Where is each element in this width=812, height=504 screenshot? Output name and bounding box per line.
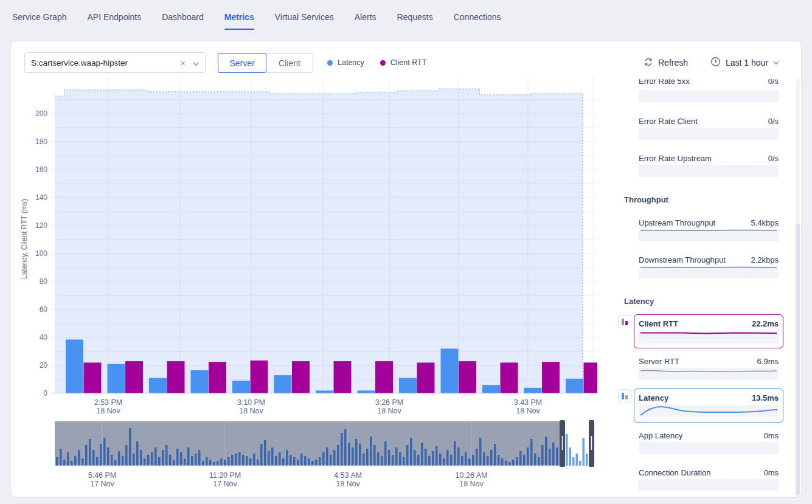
brush-chart[interactable] <box>55 420 594 467</box>
brush-bar <box>366 449 369 466</box>
client-rtt-bar[interactable] <box>375 361 393 393</box>
brush-bar <box>180 452 182 466</box>
client-toggle-button[interactable]: Client <box>266 53 313 73</box>
y-tick-label: 140 <box>35 193 47 202</box>
client-rtt-bar[interactable] <box>542 362 560 393</box>
latency-bar[interactable] <box>566 379 583 393</box>
tab-connections[interactable]: Connections <box>454 12 501 22</box>
brush-bar <box>344 429 347 466</box>
brush-tick-date: 18 Nov <box>336 480 360 488</box>
brush-bar <box>92 450 95 466</box>
sidebar-scrollbar[interactable] <box>796 79 800 495</box>
x-tick-time: 2:53 PM <box>94 398 123 407</box>
brush-bar <box>249 458 252 466</box>
brush-bar <box>122 456 124 466</box>
brush-bar <box>450 455 453 466</box>
brush-bar <box>217 461 219 466</box>
tab-api-endpoints[interactable]: API Endpoints <box>87 12 141 22</box>
brush-bar <box>275 456 277 466</box>
brush-bar <box>165 445 168 466</box>
legend-item-latency[interactable]: Latency <box>327 58 364 67</box>
brush-bar <box>454 441 456 466</box>
brush-bar <box>308 458 310 466</box>
metric-label-error-rate-client: Error Rate Client <box>639 117 698 126</box>
tab-alerts[interactable]: Alerts <box>355 12 377 22</box>
tab-metrics[interactable]: Metrics <box>224 12 254 22</box>
brush-bar <box>465 452 467 466</box>
tab-requests[interactable]: Requests <box>397 12 433 22</box>
brush-bar <box>428 456 431 466</box>
latency-chart[interactable]: Latency, Client RTT (ms)0204060801001201… <box>11 41 606 497</box>
latency-bar[interactable] <box>232 381 250 393</box>
chevron-down-icon[interactable] <box>193 59 199 68</box>
clear-icon[interactable]: × <box>180 58 186 68</box>
brush-bar <box>541 445 544 466</box>
tab-dashboard[interactable]: Dashboard <box>162 12 204 22</box>
brush-bar <box>523 455 526 466</box>
brush-bar <box>257 460 259 466</box>
latency-bar[interactable] <box>482 385 500 393</box>
brush-bar <box>549 449 551 466</box>
brush-bar <box>103 438 106 466</box>
service-select[interactable]: S:cartservice.waap-hipster × <box>24 52 206 73</box>
brush-bar <box>381 456 383 466</box>
brush-bar <box>508 462 511 466</box>
client-rtt-bar[interactable] <box>459 361 476 393</box>
brush-tick-time: 4:53 AM <box>334 471 362 480</box>
brush-bar <box>395 447 398 466</box>
client-rtt-bar[interactable] <box>167 361 185 393</box>
server-toggle-button[interactable]: Server <box>218 53 266 73</box>
legend-item-client-rtt[interactable]: Client RTT <box>380 58 427 67</box>
client-rtt-bar[interactable] <box>501 362 518 393</box>
latency-bar[interactable] <box>149 378 167 393</box>
latency-bar[interactable] <box>108 364 125 393</box>
refresh-button[interactable]: Refresh <box>644 52 688 73</box>
latency-bar[interactable] <box>524 388 542 393</box>
metric-icon-client-rtt[interactable] <box>618 315 631 328</box>
brush-bar <box>403 457 405 466</box>
brush-tick-date: 18 Nov <box>459 480 484 488</box>
client-rtt-bar[interactable] <box>334 361 352 393</box>
metric-value-error-rate-5xx: 0/s <box>768 79 779 86</box>
brush-bar <box>191 456 193 466</box>
brush-bar-selected <box>579 461 581 466</box>
metric-icon-latency[interactable] <box>618 389 631 402</box>
metric-value-error-rate-upstream: 0/s <box>768 154 779 163</box>
client-rtt-bar[interactable] <box>84 362 102 393</box>
chart-root: Latency, Client RTT (ms)0204060801001201… <box>20 77 597 415</box>
client-rtt-bar[interactable] <box>292 361 310 393</box>
client-rtt-bar[interactable] <box>417 362 435 393</box>
brush-bar <box>151 452 153 466</box>
tab-service-graph[interactable]: Service Graph <box>12 12 66 22</box>
brush-bar-selected <box>583 438 585 466</box>
client-rtt-bar[interactable] <box>125 361 143 393</box>
y-tick-label: 160 <box>35 165 47 174</box>
scrollbar-thumb[interactable] <box>796 224 800 495</box>
brush-bar <box>129 428 131 466</box>
x-tick-date: 18 Nov <box>239 407 263 415</box>
brush-bar <box>133 454 135 466</box>
time-range-selector[interactable]: Last 1 hour <box>710 52 779 73</box>
sparkline-client-rtt <box>639 328 779 343</box>
latency-bar[interactable] <box>191 370 209 393</box>
brush-bar <box>169 455 172 466</box>
selection-overlay[interactable] <box>55 89 583 393</box>
client-rtt-bar[interactable] <box>251 361 268 393</box>
tab-virtual-services[interactable]: Virtual Services <box>275 12 334 22</box>
latency-bar[interactable] <box>358 390 375 393</box>
client-rtt-bar[interactable] <box>209 362 226 393</box>
latency-bar[interactable] <box>399 378 417 393</box>
brush-bar <box>209 460 212 466</box>
latency-bar[interactable] <box>66 339 83 393</box>
client-rtt-bar[interactable] <box>584 362 598 393</box>
latency-bar[interactable] <box>274 375 292 393</box>
metric-sparkline-error-rate-upstream <box>639 165 779 177</box>
latency-bar[interactable] <box>441 348 459 393</box>
y-tick-label: 200 <box>35 109 47 118</box>
brush-bar <box>136 441 139 466</box>
latency-bar[interactable] <box>316 390 333 393</box>
section-header-throughput: Throughput <box>624 195 668 204</box>
brush-bar <box>271 447 274 466</box>
brush-bar <box>293 457 296 466</box>
metrics-panel: Latency, Client RTT (ms)0204060801001201… <box>11 41 801 497</box>
